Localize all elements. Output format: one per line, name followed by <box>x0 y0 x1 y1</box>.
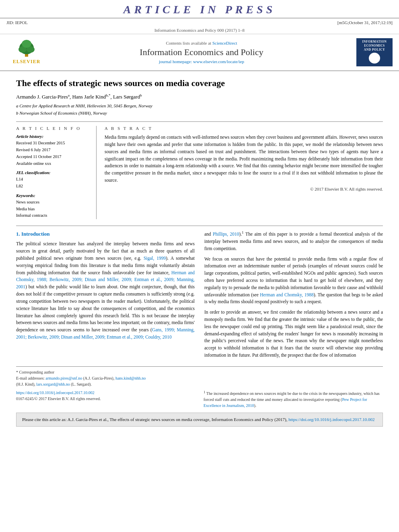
iep-logo-title: INFORMATIONECONOMICSAND POLICY <box>362 40 387 51</box>
journal-link-text: Information Economics and Policy 000 (20… <box>154 28 245 33</box>
accepted-date: Accepted 11 October 2017 <box>16 154 90 160</box>
homepage-link[interactable]: www.elsevier.com/locate/iep <box>193 59 244 64</box>
footnote-right: 1 The increased dependence on news sourc… <box>204 390 383 409</box>
footnote-left: https://doi.org/10.1016/j.infoecopol.201… <box>16 390 195 409</box>
doi-link[interactable]: https://doi.org/10.1016/j.infoecopol.201… <box>16 390 95 395</box>
footnote-area: * Corresponding author E-mail addresses:… <box>16 366 383 409</box>
footnote-cols: https://doi.org/10.1016/j.infoecopol.201… <box>16 390 383 409</box>
article-info-col: A R T I C L E I N F O Article history: R… <box>16 126 97 219</box>
footnote1-text: The increased dependence on news sources… <box>204 391 380 408</box>
affiliation-a: a Centre for Applied Research at NHH, He… <box>16 103 383 110</box>
intro-heading: 1. Introduction <box>16 230 195 238</box>
footnote1-num: 1 <box>204 390 206 394</box>
journal-header: ELSEVIER Contents lists available at Sci… <box>0 34 399 71</box>
available-date: Available online xxx <box>16 160 90 167</box>
author2-sup: b,* <box>106 93 110 97</box>
journal-main-title: Information Economics and Policy <box>51 47 352 58</box>
footnote-ref-1: 1 <box>242 230 244 234</box>
jel2: L82 <box>16 183 90 190</box>
elsevier-brand: ELSEVIER <box>13 59 41 65</box>
journal-link-bar: Information Economics and Policy 000 (20… <box>0 27 399 34</box>
banner-text: ARTICLE IN PRESS <box>123 3 276 16</box>
right-para2: We focus on sources that have the potent… <box>204 256 383 306</box>
right-para3: In order to provide an answer, we first … <box>204 309 383 359</box>
sciencedirect-link[interactable]: ScienceDirect <box>212 41 237 45</box>
keyword1: News sources <box>16 199 90 206</box>
email-label: E-mail addresses: <box>16 376 45 380</box>
iep-logo-circle <box>369 53 380 64</box>
citation-text: Please cite this article as: A.J. Garcia… <box>22 417 287 422</box>
right-para1: and Phillips, 2010).1 The aim of this pa… <box>204 230 383 252</box>
sigal-link[interactable]: Sigal, 1999 <box>144 256 166 261</box>
citation-box: Please cite this article as: A.J. Garcia… <box>16 413 383 427</box>
email2-link[interactable]: hans.kind@nhh.no <box>115 376 146 380</box>
gans-link[interactable]: Gans, 1999; Manning, 2001; Berkowitz, 20… <box>16 327 195 339</box>
received-date: Received 31 December 2015 <box>16 140 90 147</box>
article-in-press-banner: ARTICLE IN PRESS <box>0 0 399 18</box>
herman-link[interactable]: Herman and Chomsky, 1988; Berkowitz, 200… <box>16 270 195 290</box>
journal-citation: Information Economics and Policy 000 (20… <box>154 28 245 33</box>
author2: Hans Jarle Kind <box>72 94 106 100</box>
herman2-link[interactable]: Herman and Chomsky, 1988 <box>260 292 313 297</box>
doi-link-line: https://doi.org/10.1016/j.infoecopol.201… <box>16 390 195 396</box>
affiliations: a Centre for Applied Research at NHH, He… <box>16 103 383 117</box>
jid-line: JID: IEPOL [m5G;October 31, 2017;12:19] <box>0 18 399 27</box>
body-col-left: 1. Introduction The political science li… <box>16 230 195 362</box>
author1: Armando J. Garcia-Pires <box>16 94 68 100</box>
email-line: E-mail addresses: armando.pires@snf.no (… <box>16 375 383 387</box>
keyword3: Informal contracts <box>16 212 90 219</box>
svg-point-4 <box>22 40 31 48</box>
pew-link[interactable]: Pew Project for Excellence in Journalism… <box>204 397 367 408</box>
author3: Lars Sørgard <box>113 94 140 100</box>
email1-link[interactable]: armando.pires@snf.no <box>45 376 82 380</box>
jid-left: JID: IEPOL <box>6 20 28 25</box>
star-note: * Corresponding author <box>16 369 383 375</box>
abstract-col: A B S T R A C T Media firms regularly de… <box>105 126 383 219</box>
author3-sup: b <box>140 93 142 97</box>
contents-label: Contents lists available at ScienceDirec… <box>51 41 352 45</box>
issn-line: 0167-6245/© 2017 Elsevier B.V. All right… <box>16 396 195 402</box>
article-info-label: A R T I C L E I N F O <box>16 126 90 131</box>
revised-date: Revised 6 July 2017 <box>16 147 90 154</box>
body-section: 1. Introduction The political science li… <box>16 226 383 362</box>
journal-title-center: Contents lists available at ScienceDirec… <box>51 41 352 64</box>
authors-line: Armando J. Garcia-Piresa, Hans Jarle Kin… <box>16 93 383 100</box>
article-info-abstract: A R T I C L E I N F O Article history: R… <box>16 121 383 219</box>
journal-homepage: journal homepage: www.elsevier.com/locat… <box>51 59 352 64</box>
jel1: L14 <box>16 176 90 183</box>
affiliation-b: b Norwegian School of Economics (NHH), N… <box>16 110 383 117</box>
keyword2: Media bias <box>16 206 90 213</box>
elsevier-logo: ELSEVIER <box>6 40 47 65</box>
email3-link[interactable]: lars.sorgard@nhh.no <box>36 382 70 386</box>
iep-logo: INFORMATIONECONOMICSAND POLICY <box>356 38 393 66</box>
body-col-right: and Phillips, 2010).1 The aim of this pa… <box>204 230 383 362</box>
copyright-line: © 2017 Elsevier B.V. All rights reserved… <box>105 187 383 191</box>
article-title: The effects of strategic news sources on… <box>16 78 383 89</box>
jel-title: JEL classification: <box>16 170 90 175</box>
citation-doi-link[interactable]: https://doi.org/10.1016/j.infoecopol.201… <box>288 417 374 422</box>
elsevier-tree-icon <box>14 40 39 58</box>
keywords-title: Keywords: <box>16 193 90 198</box>
intro-para1: The political science literature has ana… <box>16 240 195 341</box>
history-title: Article history: <box>16 134 90 139</box>
phillips-link[interactable]: Phillips, 2010 <box>213 232 239 236</box>
main-content: The effects of strategic news sources on… <box>0 71 399 433</box>
abstract-text: Media firms regularly depend on contacts… <box>105 134 383 184</box>
jid-right: [m5G;October 31, 2017;12:19] <box>337 20 393 25</box>
homepage-label: journal homepage: <box>159 59 192 64</box>
author1-sup: a <box>68 93 70 97</box>
abstract-label: A B S T R A C T <box>105 126 383 131</box>
